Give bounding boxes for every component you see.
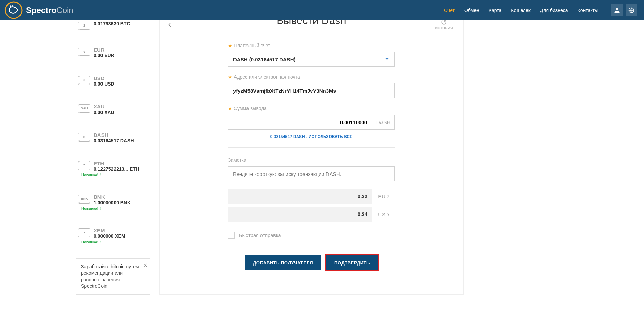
wallet-currency: XAU bbox=[94, 104, 115, 109]
wallet-currency: BNK bbox=[94, 194, 131, 200]
wallet-currency: EUR bbox=[94, 47, 115, 53]
conversion-unit: EUR bbox=[372, 189, 395, 204]
wallet-currency: DASH bbox=[94, 132, 134, 138]
conversion-eur: 0.22 EUR bbox=[228, 189, 395, 204]
wallet-balance: 0.1227522213... ETH bbox=[94, 166, 139, 172]
wallet-icon: ₿ bbox=[79, 22, 90, 30]
wallet-sidebar: ₿ 0.01793630 BTC € EUR 0.00 EUR $ USD 0.… bbox=[76, 20, 150, 295]
note-input[interactable] bbox=[228, 166, 395, 181]
wallet-bnk[interactable]: BNK BNK 1.00000000 BNK Новинка!!! bbox=[76, 191, 150, 213]
wallet-balance: 0.00 XAU bbox=[94, 109, 115, 115]
wallet-balance: 0.01793630 BTC bbox=[94, 21, 130, 26]
nav-contacts[interactable]: Контакты bbox=[578, 8, 598, 13]
conversion-unit: USD bbox=[372, 207, 395, 222]
wallet-usd[interactable]: $ USD 0.00 USD bbox=[76, 73, 150, 89]
wallet-currency: USD bbox=[94, 75, 115, 81]
main-panel: ‹ Вывести Dash ↺ ИСТОРИЯ ★Платежный счет… bbox=[159, 20, 464, 295]
use-all-link[interactable]: 0.03154517 DASH - ИСПОЛЬЗОВАТЬ ВСЕ bbox=[228, 130, 395, 148]
wallet-balance: 0.000000 XEM bbox=[94, 233, 125, 239]
wallet-dash[interactable]: Đ DASH 0.03164517 DASH bbox=[76, 129, 150, 146]
conversion-value: 0.22 bbox=[228, 189, 372, 204]
user-icon[interactable] bbox=[611, 4, 623, 16]
wallet-eur[interactable]: € EUR 0.00 EUR bbox=[76, 44, 150, 61]
svg-point-0 bbox=[5, 2, 22, 18]
promo-title: Заработайте bitcoin bbox=[81, 264, 125, 269]
wallet-icon: XAU bbox=[79, 104, 90, 113]
back-icon[interactable]: ‹ bbox=[168, 20, 171, 30]
conversion-value: 0.24 bbox=[228, 207, 372, 222]
nav-wallet[interactable]: Кошелек bbox=[511, 8, 531, 13]
new-badge: Новинка!!! bbox=[81, 173, 147, 177]
globe-icon[interactable] bbox=[626, 4, 637, 16]
page-title: Вывести Dash bbox=[277, 20, 346, 26]
wallet-eth[interactable]: Ξ ETH 0.1227522213... ETH Новинка!!! bbox=[76, 158, 150, 180]
wallet-currency: XEM bbox=[94, 228, 125, 233]
address-label: ★Адрес или электронная почта bbox=[228, 74, 395, 80]
wallet-icon: $ bbox=[79, 76, 90, 84]
nav-exchange[interactable]: Обмен bbox=[464, 8, 479, 13]
account-select[interactable]: DASH (0.03164517 DASH) bbox=[228, 52, 395, 67]
history-link[interactable]: ↺ ИСТОРИЯ bbox=[435, 20, 453, 30]
wallet-balance: 0.03164517 DASH bbox=[94, 138, 134, 143]
amount-label: ★Сумма вывода bbox=[228, 106, 395, 111]
address-input[interactable] bbox=[228, 83, 395, 98]
logo[interactable]: SpectroCoin bbox=[5, 1, 73, 19]
account-value: DASH (0.03164517 DASH) bbox=[233, 56, 296, 62]
wallet-icon: Ξ bbox=[79, 161, 90, 169]
add-recipient-button[interactable]: ДОБАВИТЬ ПОЛУЧАТЕЛЯ bbox=[245, 255, 321, 270]
top-header: SpectroCoin Счет Обмен Карта Кошелек Для… bbox=[0, 0, 644, 20]
nav-business[interactable]: Для бизнеса bbox=[540, 8, 568, 13]
logo-text: SpectroCoin bbox=[26, 5, 73, 15]
chevron-down-icon bbox=[384, 56, 390, 63]
wallet-xau[interactable]: XAU XAU 0.00 XAU bbox=[76, 101, 150, 118]
main-nav: Счет Обмен Карта Кошелек Для бизнеса Кон… bbox=[444, 4, 637, 16]
wallet-balance: 0.00 EUR bbox=[94, 53, 115, 58]
wallet-currency: ETH bbox=[94, 160, 139, 166]
promo-box: × Заработайте bitcoin путем рекомендации… bbox=[76, 258, 150, 295]
history-label: ИСТОРИЯ bbox=[435, 26, 453, 30]
conversion-usd: 0.24 USD bbox=[228, 207, 395, 222]
nav-account[interactable]: Счет bbox=[444, 8, 455, 13]
new-badge: Новинка!!! bbox=[81, 206, 147, 210]
fast-send-label: Быстрая отправка bbox=[239, 233, 281, 238]
amount-input[interactable] bbox=[228, 115, 372, 130]
wallet-icon: BNK bbox=[79, 195, 90, 203]
wallet-balance: 1.00000000 BNK bbox=[94, 200, 131, 205]
new-badge: Новинка!!! bbox=[81, 240, 147, 244]
nav-card[interactable]: Карта bbox=[489, 8, 501, 13]
logo-icon bbox=[5, 1, 23, 19]
fast-send-checkbox[interactable] bbox=[228, 232, 235, 239]
note-label: Заметка bbox=[228, 157, 395, 163]
wallet-balance: 0.00 USD bbox=[94, 81, 115, 87]
confirm-button[interactable]: ПОДТВЕРДИТЬ bbox=[326, 255, 378, 270]
history-icon: ↺ bbox=[435, 20, 453, 26]
amount-unit: DASH bbox=[372, 115, 395, 130]
wallet-icon: Đ bbox=[79, 133, 90, 141]
wallet-btc[interactable]: ₿ 0.01793630 BTC bbox=[76, 20, 150, 33]
wallet-icon: ♥ bbox=[79, 228, 90, 236]
wallet-xem[interactable]: ♥ XEM 0.000000 XEM Новинка!!! bbox=[76, 225, 150, 247]
close-icon[interactable]: × bbox=[143, 261, 147, 270]
account-label: ★Платежный счет bbox=[228, 43, 395, 48]
withdraw-form: ★Платежный счет DASH (0.03164517 DASH) ★… bbox=[160, 33, 463, 270]
wallet-icon: € bbox=[79, 48, 90, 56]
